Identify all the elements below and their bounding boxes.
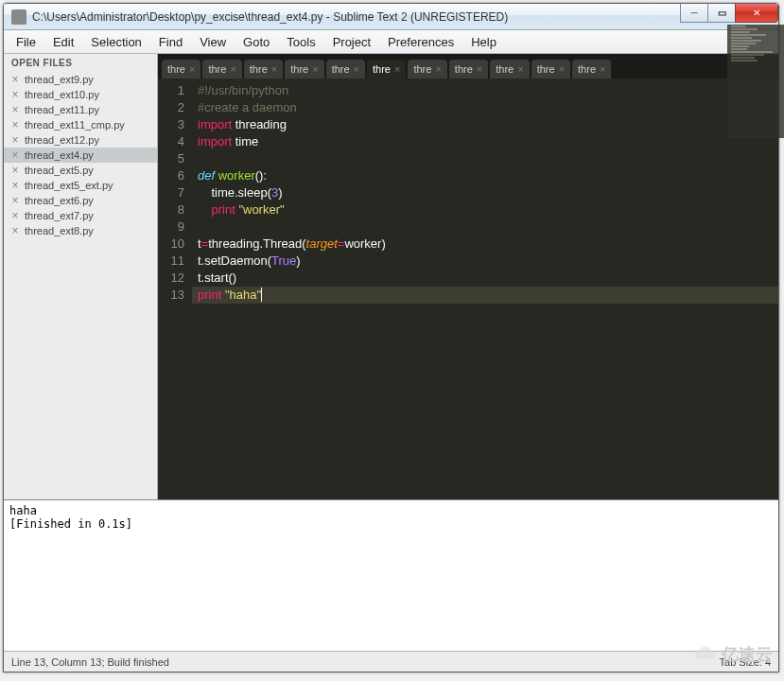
tab-close-icon[interactable]: × xyxy=(435,63,441,75)
sidebar-item[interactable]: ×thread_ext5_ext.py xyxy=(4,178,157,193)
minimap[interactable] xyxy=(727,25,779,138)
close-file-icon[interactable]: × xyxy=(9,225,21,236)
tab-close-icon[interactable]: × xyxy=(394,63,400,75)
status-tab-size[interactable]: Tab Size: 4 xyxy=(720,656,771,668)
close-file-icon[interactable]: × xyxy=(9,165,21,176)
tab-close-icon[interactable]: × xyxy=(189,63,195,75)
code-line[interactable]: t.start() xyxy=(198,270,778,287)
menu-item-help[interactable]: Help xyxy=(462,32,505,52)
sidebar-item-label: thread_ext5.py xyxy=(25,165,94,176)
menu-item-file[interactable]: File xyxy=(8,32,44,52)
code-line[interactable]: t=threading.Thread(target=worker) xyxy=(198,236,778,253)
sidebar-item-label: thread_ext4.py xyxy=(25,149,94,161)
tab-close-icon[interactable]: × xyxy=(354,63,359,75)
editor-tab[interactable]: thre× xyxy=(408,60,446,79)
sidebar-item-label: thread_ext11_cmp.py xyxy=(25,119,125,131)
tab-close-icon[interactable]: × xyxy=(312,63,318,75)
tab-label: thre xyxy=(578,63,596,75)
sidebar-item[interactable]: ×thread_ext4.py xyxy=(4,148,157,163)
tab-close-icon[interactable]: × xyxy=(517,63,523,75)
menu-item-preferences[interactable]: Preferences xyxy=(379,32,462,52)
code-line[interactable] xyxy=(198,218,778,236)
menu-item-goto[interactable]: Goto xyxy=(235,32,278,52)
line-number: 1 xyxy=(158,82,184,99)
menu-item-selection[interactable]: Selection xyxy=(82,32,149,52)
close-file-icon[interactable]: × xyxy=(9,180,21,191)
sidebar-item[interactable]: ×thread_ext12.py xyxy=(4,132,157,148)
editor-tab[interactable]: thre× xyxy=(531,60,570,79)
close-file-icon[interactable]: × xyxy=(9,134,21,146)
close-file-icon[interactable]: × xyxy=(9,149,21,161)
tab-close-icon[interactable]: × xyxy=(230,63,235,75)
tab-close-icon[interactable]: × xyxy=(477,63,482,75)
status-bar: Line 13, Column 13; Build finished Tab S… xyxy=(4,651,778,672)
sidebar-item[interactable]: ×thread_ext6.py xyxy=(4,193,157,208)
close-file-icon[interactable]: × xyxy=(9,195,21,206)
code-line[interactable]: import time xyxy=(198,133,778,150)
menu-item-edit[interactable]: Edit xyxy=(44,32,82,52)
code-text[interactable]: #!/usr/bin/python#create a daemonimport … xyxy=(192,79,778,499)
code-line[interactable]: #create a daemon xyxy=(198,99,778,116)
editor-tab[interactable]: thre× xyxy=(490,60,529,79)
editor-tab[interactable]: thre× xyxy=(162,60,200,79)
sidebar-item-label: thread_ext10.py xyxy=(25,89,99,100)
line-number: 6 xyxy=(158,167,184,184)
sidebar-item-label: thread_ext9.py xyxy=(25,74,94,85)
editor-tab[interactable]: thre× xyxy=(572,60,611,79)
sidebar-item-label: thread_ext5_ext.py xyxy=(25,180,113,191)
sidebar-item-label: thread_ext8.py xyxy=(25,225,94,236)
editor-tab[interactable]: thre× xyxy=(326,60,365,79)
minimize-button[interactable]: ─ xyxy=(680,4,708,23)
editor-tab[interactable]: thre× xyxy=(449,60,488,79)
close-button[interactable]: ✕ xyxy=(735,4,778,23)
code-line[interactable]: time.sleep(3) xyxy=(198,184,778,201)
close-file-icon[interactable]: × xyxy=(9,119,21,131)
menu-item-find[interactable]: Find xyxy=(150,32,191,52)
sidebar-item[interactable]: ×thread_ext7.py xyxy=(4,208,157,223)
text-cursor xyxy=(261,288,262,302)
sidebar-item[interactable]: ×thread_ext10.py xyxy=(4,87,157,102)
editor-tab[interactable]: thre× xyxy=(244,60,283,79)
sidebar-item-label: thread_ext7.py xyxy=(25,210,94,221)
code-line[interactable]: print "worker" xyxy=(198,201,778,218)
tab-label: thre xyxy=(413,63,431,75)
code-line[interactable] xyxy=(198,150,778,167)
content-area: OPEN FILES ×thread_ext9.py×thread_ext10.… xyxy=(4,54,778,672)
code-line[interactable]: def worker(): xyxy=(198,167,778,184)
sidebar-item[interactable]: ×thread_ext9.py xyxy=(4,72,157,87)
code-area[interactable]: 12345678910111213 #!/usr/bin/python#crea… xyxy=(158,79,778,499)
code-line[interactable]: t.setDaemon(True) xyxy=(198,253,778,270)
editor-tab[interactable]: thre× xyxy=(202,60,241,79)
close-file-icon[interactable]: × xyxy=(9,74,21,85)
tab-close-icon[interactable]: × xyxy=(271,63,277,75)
code-line[interactable]: #!/usr/bin/python xyxy=(198,82,778,99)
tab-close-icon[interactable]: × xyxy=(600,63,605,75)
tab-bar: thre×thre×thre×thre×thre×thre×thre×thre×… xyxy=(158,54,778,79)
app-window: C:\Users\Administrator\Desktop\py_excise… xyxy=(3,3,779,672)
build-output-panel[interactable]: haha [Finished in 0.1s] xyxy=(4,499,778,651)
close-file-icon[interactable]: × xyxy=(9,210,21,221)
window-title: C:\Users\Administrator\Desktop\py_excise… xyxy=(32,10,681,24)
sidebar-item-label: thread_ext11.py xyxy=(25,104,99,115)
title-bar[interactable]: C:\Users\Administrator\Desktop\py_excise… xyxy=(4,4,778,30)
tab-close-icon[interactable]: × xyxy=(559,63,565,75)
menu-item-project[interactable]: Project xyxy=(324,32,379,52)
line-number: 2 xyxy=(158,99,184,116)
menu-item-tools[interactable]: Tools xyxy=(278,32,323,52)
tab-label: thre xyxy=(290,63,308,75)
sidebar-item[interactable]: ×thread_ext11_cmp.py xyxy=(4,117,157,132)
menu-item-view[interactable]: View xyxy=(191,32,235,52)
editor-tab[interactable]: thre× xyxy=(367,60,406,79)
sidebar-item[interactable]: ×thread_ext8.py xyxy=(4,223,157,238)
sidebar-item-label: thread_ext12.py xyxy=(25,134,99,146)
close-file-icon[interactable]: × xyxy=(9,89,21,100)
tab-label: thre xyxy=(250,63,268,75)
line-number: 4 xyxy=(158,133,184,150)
close-file-icon[interactable]: × xyxy=(9,104,21,115)
code-line[interactable]: import threading xyxy=(198,116,778,133)
maximize-button[interactable]: ▭ xyxy=(707,4,736,23)
sidebar-item[interactable]: ×thread_ext5.py xyxy=(4,163,157,178)
tab-label: thre xyxy=(537,63,555,75)
sidebar-item[interactable]: ×thread_ext11.py xyxy=(4,102,157,117)
editor-tab[interactable]: thre× xyxy=(285,60,323,79)
